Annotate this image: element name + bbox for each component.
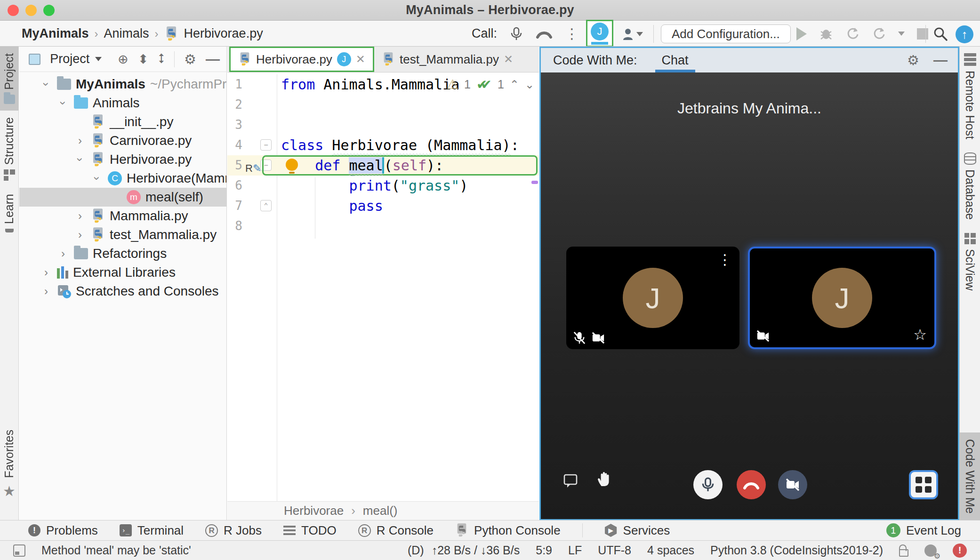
code-area[interactable]: 1 fromAnimals.Mammalia ⚠ 1 ✔✔ 1 ⌃ ⌄ 2 3 (227, 74, 539, 504)
following-user-avatar[interactable]: J (586, 20, 613, 47)
pin-star-icon[interactable]: ☆ (913, 326, 927, 344)
tool-button-python-console[interactable]: Python Console (455, 523, 561, 538)
chevron-down-icon[interactable] (898, 32, 905, 36)
inspections-profile-icon[interactable] (924, 544, 937, 557)
tile-options-icon[interactable]: ⋮ (718, 251, 732, 268)
tree-row-scratches[interactable]: › Scratches and Consoles (19, 282, 226, 301)
tool-button-favorites[interactable]: Favorites ★ (0, 423, 18, 506)
tool-button-sciview[interactable]: SciView (960, 226, 980, 297)
chat-bubble-icon[interactable] (563, 474, 578, 489)
tool-button-learn[interactable]: Learn (0, 187, 18, 239)
breadcrumb-method[interactable]: meal() (363, 504, 398, 518)
status-message[interactable]: Method 'meal' may be 'static' (41, 544, 191, 557)
tree-row-test-mammalia[interactable]: › test_Mammalia.py (19, 225, 226, 244)
tool-button-terminal[interactable]: ›_ Terminal (120, 523, 184, 538)
tree-row-carnivorae[interactable]: › Carnivorae.py (19, 131, 226, 150)
profiler-icon[interactable] (872, 27, 886, 41)
chevron-expanded-icon[interactable]: › (90, 172, 104, 184)
line-ending[interactable]: LF (568, 544, 582, 557)
event-log-button[interactable]: 1 Event Log (886, 523, 961, 538)
collapse-all-icon[interactable]: ⭥ (158, 52, 165, 66)
tool-button-structure[interactable]: Structure (0, 111, 18, 187)
indent-style[interactable]: 4 spaces (647, 544, 694, 557)
breadcrumb-file[interactable]: Herbivorae.py (184, 26, 263, 41)
breadcrumb-dir[interactable]: Animals (104, 26, 149, 41)
tool-button-code-with-me[interactable]: Code With Me (960, 432, 980, 520)
scrollbar-annotation[interactable] (531, 181, 538, 184)
update-available-icon[interactable]: ↑ (956, 25, 973, 43)
tree-row-meal-method[interactable]: m meal(self) (19, 188, 226, 207)
lock-icon[interactable] (899, 549, 908, 557)
tree-row-external-libraries[interactable]: › External Libraries (19, 263, 226, 282)
next-issue-icon[interactable]: ⌄ (525, 74, 534, 95)
tree-row-refactorings[interactable]: › Refactorings (19, 244, 226, 263)
add-configuration-button[interactable]: Add Configuration... (661, 24, 791, 43)
toggle-mic-button[interactable] (693, 470, 723, 499)
tool-button-r-jobs[interactable]: R R Jobs (205, 523, 262, 538)
chevron-collapsed-icon[interactable]: › (74, 228, 86, 241)
toggle-camera-button[interactable] (778, 470, 807, 499)
expand-all-icon[interactable]: ⬍ (138, 52, 149, 67)
tab-test-mammalia[interactable]: test_Mammalia.py ✕ (374, 47, 521, 72)
tool-button-remote-host[interactable]: Remote Host (960, 47, 980, 146)
tree-row-herbivorae[interactable]: › Herbivorae.py (19, 150, 226, 169)
run-icon[interactable] (796, 27, 807, 40)
tool-button-r-console[interactable]: R R Console (358, 523, 434, 538)
chevron-expanded-icon[interactable]: › (56, 97, 70, 109)
close-tab-icon[interactable]: ✕ (356, 53, 365, 66)
tree-row-herbivorae-class[interactable]: › C Herbivorae(Mamma (19, 169, 226, 188)
chevron-collapsed-icon[interactable]: › (74, 209, 86, 223)
project-panel-title[interactable]: Project (50, 52, 89, 66)
error-indicator-icon[interactable]: ! (953, 544, 967, 558)
chevron-down-icon[interactable] (95, 57, 102, 61)
fold-marker[interactable]: − (260, 160, 272, 171)
locate-file-icon[interactable]: ⊕ (118, 52, 129, 67)
tool-button-services[interactable]: ▶ Services (604, 523, 670, 538)
chevron-expanded-icon[interactable]: › (40, 78, 53, 90)
tab-herbivorae[interactable]: Herbivorae.py J ✕ (229, 47, 374, 72)
chevron-collapsed-icon[interactable]: › (74, 134, 86, 147)
video-tile-local[interactable]: ⋮ J (566, 247, 739, 349)
gear-icon[interactable]: ⚙ (907, 52, 919, 68)
layout-toggle-icon[interactable] (13, 544, 25, 557)
invite-users-button[interactable] (622, 28, 643, 40)
raise-hand-icon[interactable] (596, 471, 612, 487)
tree-row-myanimals[interactable]: › MyAnimals ~/PycharmProj (19, 75, 226, 94)
grid-view-button[interactable] (909, 470, 938, 499)
participant-avatar: J (812, 268, 872, 328)
gear-icon[interactable]: ⚙ (184, 51, 196, 67)
tool-button-project[interactable]: Project (0, 47, 18, 111)
tree-row-mammalia[interactable]: › Mammalia.py (19, 207, 226, 225)
hide-panel-icon[interactable]: — (933, 52, 948, 68)
tab-chat[interactable]: Chat (658, 48, 692, 72)
caret-position[interactable]: 5:9 (536, 544, 552, 557)
hide-panel-icon[interactable]: — (206, 51, 220, 67)
breadcrumb-class[interactable]: Herbivorae (284, 504, 344, 518)
microphone-icon[interactable] (509, 27, 523, 41)
fold-marker[interactable]: − (260, 139, 272, 151)
search-everywhere-icon[interactable] (933, 26, 948, 41)
inspection-widget[interactable]: ⚠ 1 ✔✔ 1 ⌃ ⌄ (447, 74, 534, 95)
attach-process-icon[interactable] (845, 27, 860, 41)
end-call-button[interactable] (737, 470, 766, 499)
chevron-collapsed-icon[interactable]: › (57, 247, 69, 260)
breadcrumb-project[interactable]: MyAnimals (22, 26, 89, 41)
debug-icon[interactable] (819, 27, 833, 41)
fold-end-marker[interactable]: ⌃ (260, 200, 272, 211)
chevron-expanded-icon[interactable]: › (73, 153, 87, 166)
video-tile-remote-active[interactable]: J ☆ (748, 247, 936, 349)
chevron-collapsed-icon[interactable]: › (40, 285, 52, 298)
tree-row-animals[interactable]: › Animals (19, 94, 226, 112)
tree-row-init[interactable]: __init__.py (19, 112, 226, 131)
tool-button-database[interactable]: Database (960, 146, 980, 226)
interpreter[interactable]: Python 3.8 (CodeInsights2019-2) (710, 544, 883, 557)
tool-button-todo[interactable]: TODO (283, 523, 337, 538)
tool-button-problems[interactable]: ! Problems (28, 523, 98, 538)
end-call-icon[interactable] (536, 28, 553, 40)
stop-icon[interactable] (917, 28, 928, 40)
chevron-collapsed-icon[interactable]: › (40, 266, 52, 279)
more-options-icon[interactable]: ⋮ (565, 25, 579, 42)
file-encoding[interactable]: UTF-8 (598, 544, 631, 557)
prev-issue-icon[interactable]: ⌃ (510, 74, 519, 95)
close-tab-icon[interactable]: ✕ (504, 53, 513, 66)
